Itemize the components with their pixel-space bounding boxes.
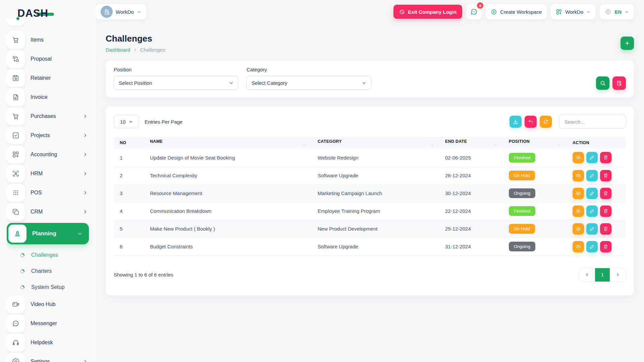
search-icon: [600, 80, 606, 86]
sidebar-item-label: Proposal: [31, 56, 52, 62]
sidebar-subitem-system-setup[interactable]: System Setup: [7, 279, 96, 295]
cell-end-date: 22-12-2024: [439, 202, 503, 220]
add-challenge-button[interactable]: [621, 37, 634, 50]
sidebar-subitem-label: System Setup: [31, 284, 65, 290]
table-search-input[interactable]: [559, 115, 626, 129]
edit-button[interactable]: [586, 205, 598, 217]
eye-icon: [576, 173, 581, 178]
view-button[interactable]: [573, 188, 584, 199]
col-header-action[interactable]: ACTION: [567, 137, 626, 149]
category-select[interactable]: Select Category: [247, 76, 371, 90]
col-header-no[interactable]: NO: [114, 137, 144, 149]
sidebar-item-purchases[interactable]: Purchases: [7, 107, 96, 125]
cell-category: Software Upgrade: [312, 167, 439, 184]
workdo-apps-menu[interactable]: WorkDo: [551, 4, 596, 19]
clear-filter-button[interactable]: [612, 76, 626, 90]
sidebar-item-proposal[interactable]: Proposal: [7, 50, 96, 68]
reload-button[interactable]: [540, 116, 552, 128]
sidebar-item-invoice[interactable]: Invoice: [7, 88, 96, 106]
eye-icon: [576, 191, 581, 196]
sidebar-item-label: Video Hub: [31, 301, 55, 307]
view-button[interactable]: [573, 241, 584, 252]
col-header-end-date[interactable]: END DATE↑↓: [439, 137, 503, 149]
prev-page-button[interactable]: [579, 268, 595, 282]
cell-no: 3: [114, 184, 144, 202]
col-header-name[interactable]: NAME↑↓: [144, 137, 312, 149]
create-workspace-button[interactable]: Create Workspace: [486, 4, 547, 19]
sidebar-subitem-charters[interactable]: Charters: [7, 263, 96, 279]
table-row: 1 Update Design of Movie Seat Booking We…: [114, 149, 626, 167]
cell-no: 1: [114, 149, 144, 167]
reset-button[interactable]: [525, 116, 537, 128]
messages-button[interactable]: 0: [466, 4, 482, 19]
message-icon: [7, 314, 25, 333]
delete-button[interactable]: [600, 205, 611, 217]
sidebar-item-label: Items: [31, 37, 44, 43]
sidebar-item-label: Projects: [31, 132, 50, 138]
undo-icon: [528, 119, 533, 124]
position-select[interactable]: Select Position: [114, 76, 238, 90]
sidebar-item-crm[interactable]: CRM: [7, 203, 96, 221]
language-selector[interactable]: EN: [600, 4, 634, 19]
sidebar-subitem-challenges[interactable]: Challenges: [7, 247, 96, 263]
workflow-icon: [7, 50, 25, 68]
sidebar-item-planning[interactable]: Planning: [7, 223, 89, 244]
view-button[interactable]: [573, 152, 584, 163]
col-header-position[interactable]: POSITION↑↓: [503, 137, 567, 149]
exit-company-login-button[interactable]: Exit Company Login: [393, 5, 462, 19]
building-icon: [104, 9, 110, 15]
delete-button[interactable]: [600, 223, 611, 235]
workspace-switcher[interactable]: WorkDo: [96, 4, 146, 19]
view-button[interactable]: [573, 223, 584, 235]
sidebar-item-hrm[interactable]: HRM: [7, 165, 96, 183]
sidebar-item-accounting[interactable]: Accounting: [7, 145, 96, 164]
delete-button[interactable]: [600, 241, 611, 252]
sidebar-item-helpdesk[interactable]: Helpdesk: [7, 334, 96, 352]
trash-icon: [603, 226, 608, 232]
sidebar-item-retainer[interactable]: Retainer: [7, 69, 96, 87]
cell-category: Employee Training Program: [312, 202, 439, 220]
table-row: 2 Technical Complexity Software Upgrade …: [114, 167, 626, 184]
sidebar-item-items[interactable]: Items: [7, 31, 96, 49]
entries-per-page-label: Entries Per Page: [145, 119, 182, 125]
category-filter-label: Category: [247, 67, 371, 72]
chevron-right-icon: [133, 48, 137, 52]
next-page-button[interactable]: [610, 268, 626, 282]
edit-button[interactable]: [586, 152, 598, 163]
edit-button[interactable]: [586, 223, 598, 235]
delete-button[interactable]: [600, 152, 611, 163]
delete-button[interactable]: [600, 188, 611, 199]
view-button[interactable]: [573, 170, 584, 181]
edit-button[interactable]: [586, 170, 598, 181]
sidebar-item-label: Accounting: [31, 152, 57, 158]
chevron-left-icon: [585, 273, 589, 277]
chevron-right-icon: [83, 152, 88, 157]
breadcrumb: Dashboard Challenges: [106, 47, 165, 53]
col-header-category[interactable]: CATEGORY↑↓: [312, 137, 439, 149]
edit-button[interactable]: [586, 188, 598, 199]
chevron-down-icon: [625, 10, 629, 14]
view-button[interactable]: [573, 205, 584, 217]
sidebar-item-video-hub[interactable]: Video Hub: [7, 295, 96, 313]
apply-filter-button[interactable]: [596, 76, 609, 90]
edit-button[interactable]: [586, 241, 598, 252]
sidebar-item-projects[interactable]: Projects: [7, 126, 96, 144]
breadcrumb-dashboard-link[interactable]: Dashboard: [106, 47, 130, 53]
col-header-label: CATEGORY: [318, 139, 342, 144]
sidebar-item-messenger[interactable]: Messenger: [7, 314, 96, 333]
copy-icon: [7, 203, 25, 221]
sidebar-item-settings[interactable]: Settings: [7, 353, 96, 362]
sidebar-item-pos[interactable]: POS: [7, 184, 96, 202]
delete-button[interactable]: [600, 170, 611, 181]
table-toolbar: 10 Entries Per Page: [114, 115, 626, 129]
grid-plus-icon: [7, 145, 25, 164]
entries-per-page-select[interactable]: 10: [114, 115, 139, 128]
export-button[interactable]: [509, 116, 522, 128]
pagination: 1: [579, 268, 626, 282]
current-page-button[interactable]: 1: [595, 268, 610, 282]
col-header-label: END DATE: [445, 139, 467, 144]
chevron-right-icon: [83, 209, 88, 214]
sidebar-item-label: HRM: [31, 171, 43, 177]
grid-plus-icon: [556, 9, 562, 15]
sidebar-menu: Items Proposal Retainer Invoice Purchase…: [7, 19, 96, 362]
